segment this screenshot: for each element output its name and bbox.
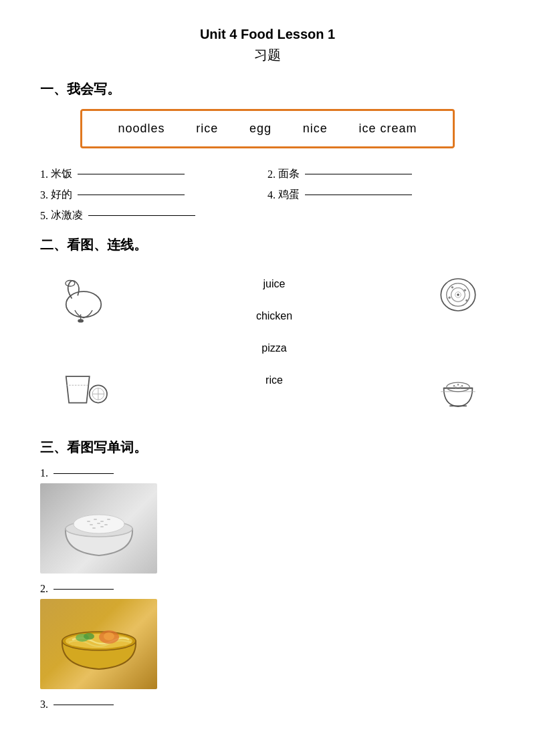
svg-point-18 <box>447 382 469 392</box>
svg-rect-30 <box>107 519 110 520</box>
svg-rect-29 <box>100 521 104 522</box>
fill-label-2: 面条 <box>278 167 300 181</box>
word-juice: juice <box>263 278 286 290</box>
svg-rect-33 <box>104 524 108 525</box>
svg-rect-31 <box>90 524 93 525</box>
write-label-3: 3. <box>40 699 495 711</box>
word-ice-cream: ice cream <box>359 122 417 136</box>
svg-rect-34 <box>92 527 96 529</box>
svg-rect-32 <box>97 523 100 524</box>
rice-bowl-image <box>435 371 481 414</box>
juice-image <box>54 368 114 417</box>
fill-num-3: 3. <box>40 189 48 201</box>
fill-line-5[interactable] <box>88 215 195 216</box>
svg-point-19 <box>453 385 455 387</box>
svg-point-12 <box>451 286 453 288</box>
write-line-3[interactable] <box>54 705 114 705</box>
fill-line-2[interactable] <box>305 174 412 174</box>
fill-label-5: 冰激凌 <box>51 209 83 223</box>
write-line-1[interactable] <box>54 473 114 474</box>
section3-content: 1. <box>40 467 495 711</box>
svg-point-22 <box>455 387 457 389</box>
write-item-1: 1. <box>40 467 495 574</box>
fill-item-4: 4. 鸡蛋 <box>268 188 495 202</box>
noodle-photo <box>40 599 157 689</box>
write-line-2[interactable] <box>54 589 114 590</box>
write-label-1: 1. <box>40 467 495 479</box>
section1-header: 一、我会写。 <box>40 80 495 98</box>
pizza-image <box>435 275 481 318</box>
svg-point-13 <box>464 289 466 291</box>
fill-row-2: 3. 好的 4. 鸡蛋 <box>40 188 495 202</box>
rice-photo <box>40 483 157 574</box>
fill-line-3[interactable] <box>78 195 185 195</box>
word-box: noodles rice egg nice ice cream <box>80 109 455 148</box>
svg-point-0 <box>66 291 102 318</box>
connect-right-images <box>435 271 481 414</box>
section3-header: 三、看图写单词。 <box>40 438 495 457</box>
fill-num-4: 4. <box>268 189 276 201</box>
section2-header: 二、看图、连线。 <box>40 236 495 254</box>
svg-point-9 <box>71 386 85 400</box>
fill-line-1[interactable] <box>78 174 185 174</box>
fill-label-1: 米饭 <box>51 167 72 181</box>
write-num-1: 1. <box>40 467 48 479</box>
svg-point-21 <box>461 385 463 387</box>
subtitle: 习题 <box>40 46 495 64</box>
fill-section: 1. 米饭 2. 面条 3. 好的 4. 鸡蛋 5. 冰激凌 <box>40 167 495 223</box>
svg-rect-27 <box>87 521 90 522</box>
fill-row-3: 5. 冰激凌 <box>40 209 495 223</box>
write-num-2: 2. <box>40 583 48 595</box>
fill-row-1: 1. 米饭 2. 面条 <box>40 167 495 181</box>
fill-label-4: 鸡蛋 <box>278 188 300 202</box>
page-title: Unit 4 Food Lesson 1 <box>40 27 495 42</box>
svg-point-3 <box>78 319 84 322</box>
write-label-2: 2. <box>40 583 495 595</box>
fill-item-1: 1. 米饭 <box>40 167 268 181</box>
svg-rect-35 <box>100 526 104 527</box>
fill-num-5: 5. <box>40 210 48 222</box>
write-item-3: 3. <box>40 699 495 711</box>
write-item-2: 2. <box>40 583 495 689</box>
word-nice: nice <box>303 122 328 136</box>
word-noodles: noodles <box>118 122 165 136</box>
svg-point-15 <box>465 299 467 301</box>
svg-rect-28 <box>94 519 97 520</box>
fill-item-2: 2. 面条 <box>268 167 495 181</box>
svg-point-11 <box>457 293 459 295</box>
write-num-3: 3. <box>40 699 48 711</box>
chicken-image <box>54 278 114 328</box>
fill-line-4[interactable] <box>305 195 412 195</box>
connect-words: juice chicken pizza rice <box>256 278 292 386</box>
word-egg: egg <box>249 122 272 136</box>
word-chicken: chicken <box>256 310 292 322</box>
svg-point-39 <box>84 633 94 640</box>
connect-area: juice chicken pizza rice <box>40 265 495 438</box>
fill-num-2: 2. <box>268 168 276 180</box>
fill-item-3: 3. 好的 <box>40 188 268 202</box>
svg-point-20 <box>457 384 459 386</box>
svg-point-23 <box>459 387 461 389</box>
svg-point-14 <box>448 297 450 299</box>
fill-num-1: 1. <box>40 168 48 180</box>
word-rice: rice <box>196 122 218 136</box>
fill-item-5: 5. 冰激凌 <box>40 209 268 223</box>
fill-label-3: 好的 <box>51 188 72 202</box>
word-rice: rice <box>265 374 283 386</box>
svg-point-41 <box>104 632 114 640</box>
connect-left-images <box>54 271 114 417</box>
word-pizza: pizza <box>261 342 286 354</box>
